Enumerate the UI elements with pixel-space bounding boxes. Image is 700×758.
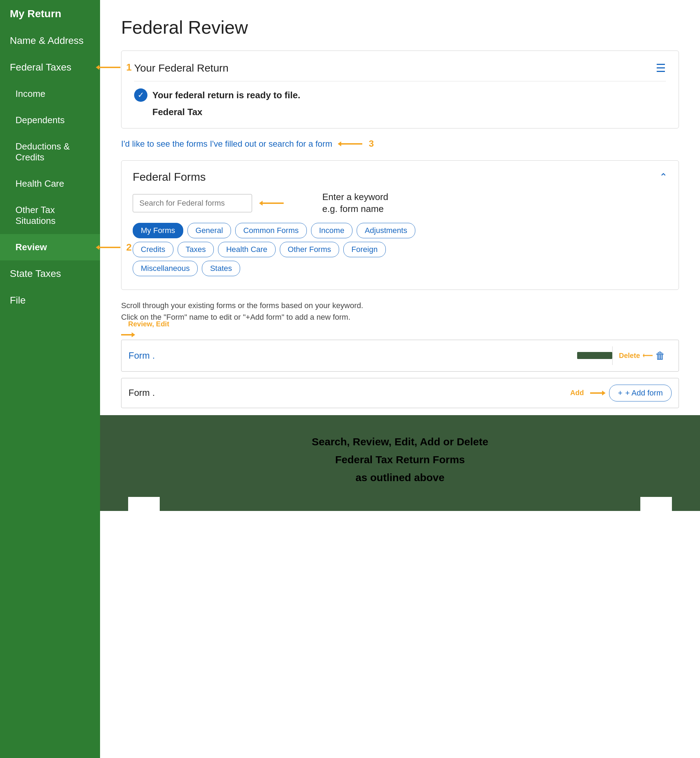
review-edit-arrow-icon — [121, 330, 135, 340]
filter-btn-other-forms[interactable]: Other Forms — [280, 242, 339, 257]
sidebar: My Return Name & Address Federal Taxes 1… — [0, 0, 100, 758]
federal-forms-title: Federal Forms — [133, 170, 206, 184]
annotation-2: 2 — [96, 242, 132, 253]
filter-btn-general[interactable]: General — [188, 223, 231, 238]
card-title: Your Federal Return — [134, 62, 228, 74]
sidebar-item-file[interactable]: File — [0, 287, 100, 314]
filter-btn-states[interactable]: States — [202, 261, 240, 276]
add-form-button[interactable]: + + Add form — [609, 385, 672, 401]
filter-btn-miscellaneous[interactable]: Miscellaneous — [133, 261, 198, 276]
sidebar-item-dependents[interactable]: Dependents — [0, 107, 100, 133]
filter-buttons-row2: Credits Taxes Health Care Other Forms Fo… — [133, 242, 667, 257]
status-text: Your federal return is ready to file. — [152, 90, 300, 101]
annotation-4 — [259, 198, 287, 208]
status-row: ✓ Your federal return is ready to file. — [134, 89, 666, 102]
form-filled-indicator — [577, 352, 612, 359]
cutout-left — [128, 497, 160, 511]
filter-btn-credits[interactable]: Credits — [133, 242, 173, 257]
sidebar-item-income[interactable]: Income — [0, 81, 100, 107]
cutout-right — [640, 497, 672, 511]
filter-btn-taxes[interactable]: Taxes — [178, 242, 214, 257]
sidebar-item-deductions-credits[interactable]: Deductions & Credits — [0, 133, 100, 170]
filter-btn-adjustments[interactable]: Adjustments — [357, 223, 415, 238]
add-annotation-label: Add — [570, 389, 584, 397]
form-row-1-label[interactable]: Form . — [128, 350, 155, 361]
sidebar-item-name-address[interactable]: Name & Address — [0, 27, 100, 54]
annotation-3: 3 — [338, 138, 373, 149]
form-row-1-right: Delete 🗑 — [577, 346, 672, 365]
federal-forms-card: Federal Forms ⌃ Enter a keyworde.g. form… — [121, 161, 679, 290]
delete-section[interactable]: Delete 🗑 — [612, 346, 672, 365]
sidebar-item-state-taxes[interactable]: State Taxes — [0, 260, 100, 287]
add-form-btn-label: + Add form — [625, 388, 663, 398]
scroll-hint: Scroll through your existing forms or th… — [121, 300, 679, 323]
sidebar-item-review[interactable]: Review 2 — [0, 234, 100, 260]
svg-marker-13 — [602, 391, 606, 396]
filter-btn-my-forms[interactable]: My Forms — [133, 223, 183, 238]
add-arrow-icon — [590, 388, 606, 398]
forms-link-row: I'd like to see the forms I've filled ou… — [121, 138, 679, 149]
federal-forms-header: Federal Forms ⌃ — [133, 170, 667, 184]
card-header: Your Federal Return ☰ — [134, 61, 666, 81]
federal-tax-label: Federal Tax — [152, 107, 666, 117]
forms-link[interactable]: I'd like to see the forms I've filled ou… — [121, 139, 332, 149]
search-input[interactable] — [133, 194, 252, 212]
svg-marker-1 — [96, 65, 99, 70]
svg-marker-5 — [338, 142, 341, 146]
svg-marker-9 — [132, 332, 135, 337]
filter-buttons: My Forms General Common Forms Income Adj… — [133, 223, 667, 238]
filter-buttons-row3: Miscellaneous States — [133, 261, 667, 276]
page-title: Federal Review — [121, 17, 679, 38]
federal-return-card: Your Federal Return ☰ ✓ Your federal ret… — [121, 50, 679, 128]
review-edit-label: Review, Edit — [128, 320, 169, 328]
checkmark-icon: ✓ — [134, 89, 147, 102]
delete-ann-arrow-icon — [643, 351, 653, 360]
add-form-btn-plus: + — [618, 388, 622, 398]
sidebar-item-health-care[interactable]: Health Care — [0, 170, 100, 197]
svg-marker-7 — [259, 201, 262, 206]
filter-btn-common-forms[interactable]: Common Forms — [235, 223, 307, 238]
form-row-1-container: Review, Edit Form . Delete 🗑 — [121, 330, 679, 372]
filter-btn-foreign[interactable]: Foreign — [343, 242, 386, 257]
delete-label: Delete — [619, 352, 640, 360]
add-form-right: Add + + Add form — [570, 385, 672, 401]
sidebar-item-federal-taxes[interactable]: Federal Taxes 1 — [0, 54, 100, 81]
filter-btn-health-care[interactable]: Health Care — [218, 242, 275, 257]
cutout-mid — [177, 497, 209, 511]
form-row-1: Form . Delete 🗑 — [121, 340, 679, 372]
form-row-2: Form . Add + + Add form — [121, 378, 679, 408]
annotation-1: 1 — [96, 62, 132, 73]
bottom-annotation: Search, Review, Edit, Add or Delete Fede… — [100, 415, 700, 511]
svg-marker-3 — [96, 245, 99, 250]
trash-icon[interactable]: 🗑 — [655, 350, 665, 362]
hamburger-icon[interactable]: ☰ — [656, 61, 666, 75]
filter-btn-income[interactable]: Income — [311, 223, 352, 238]
form-row-2-label: Form . — [128, 387, 155, 398]
search-row: Enter a keyworde.g. form name — [133, 191, 667, 215]
svg-marker-11 — [643, 353, 644, 357]
collapse-icon[interactable]: ⌃ — [659, 171, 667, 183]
keyword-hint: Enter a keyworde.g. form name — [322, 191, 388, 215]
main-content: Federal Review Your Federal Return ☰ ✓ Y… — [100, 0, 700, 758]
sidebar-item-my-return[interactable]: My Return — [0, 0, 100, 27]
bottom-annotation-text: Search, Review, Edit, Add or Delete Fede… — [121, 433, 679, 487]
sidebar-item-other-tax[interactable]: Other Tax Situations — [0, 197, 100, 234]
